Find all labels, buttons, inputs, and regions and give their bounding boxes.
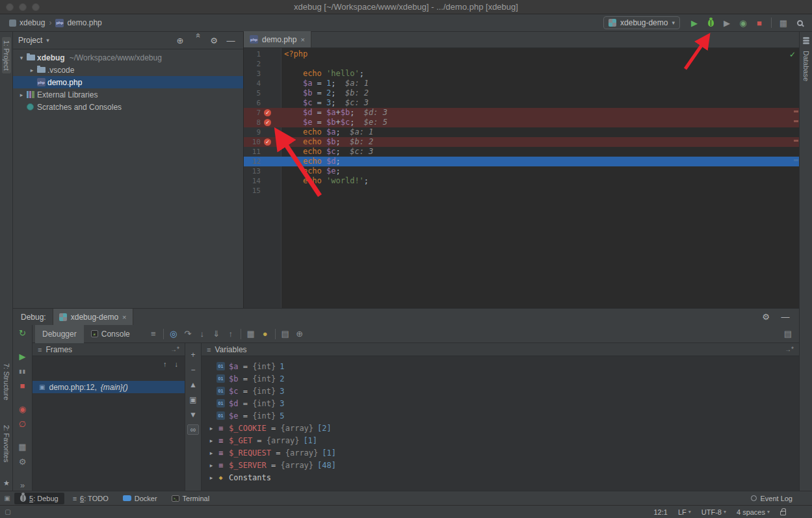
cursor-position[interactable]: 12:1 (653, 508, 667, 516)
step-out-icon[interactable]: ↑ (224, 328, 238, 341)
error-stripe-mark[interactable] (794, 159, 798, 161)
line-number[interactable]: 7 (244, 108, 261, 118)
close-icon[interactable]: × (122, 313, 126, 321)
tree-expand-icon[interactable]: ▸ (27, 67, 37, 73)
tool-button-structure[interactable]: 7: Structure (2, 360, 11, 404)
variable-row-Constants[interactable]: ▸◆Constants (202, 471, 799, 484)
variable-row-d[interactable]: 01$d = {int}3 (202, 397, 799, 409)
line-separator[interactable]: LF▾ (678, 508, 691, 516)
tool-button-favorites[interactable]: 2: Favorites (2, 422, 11, 465)
variable-row-c[interactable]: 01$c = {int}3 (202, 385, 799, 397)
code-line-7[interactable]: 7✓ $d = $a+$b; $d: 3 (244, 108, 799, 118)
event-log-button[interactable]: Event Log (751, 495, 812, 502)
line-number[interactable]: 12 (244, 157, 261, 166)
line-number[interactable]: 8 (244, 118, 261, 127)
variable-row-_GET[interactable]: ▸≡$_GET = {array}[1] (202, 434, 799, 447)
tree-item-External-Libraries[interactable]: ▸External Libraries (13, 88, 243, 101)
line-number[interactable]: 4 (244, 79, 261, 88)
variable-row-b[interactable]: 01$b = {int}2 (202, 372, 799, 385)
code-line-12[interactable]: 12 echo $d; (244, 157, 799, 166)
variable-row-_COOKIE[interactable]: ▸≡$_COOKIE = {array}[2] (202, 422, 799, 434)
show-execution-point-icon[interactable]: ◎ (166, 328, 181, 341)
tree-expand-icon[interactable]: ▸ (207, 462, 216, 469)
tree-expand-icon[interactable]: ▾ (16, 55, 27, 61)
menu-icon[interactable]: ≡ (207, 346, 211, 354)
code-line-8[interactable]: 8✓ $e = $b+$c; $e: 5 (244, 118, 799, 127)
force-step-into-icon[interactable]: ⇓ (209, 328, 224, 341)
line-number[interactable]: 2 (244, 59, 261, 69)
tool-button-project[interactable]: 1: Project (2, 37, 11, 73)
debug-session-tab[interactable]: xdebug-demo × (53, 309, 133, 325)
line-number[interactable]: 6 (244, 98, 261, 108)
hide-icon[interactable]: — (778, 311, 792, 324)
tree-item-demo-php[interactable]: phpdemo.php (13, 76, 243, 88)
tree-item-xdebug[interactable]: ▾xdebug~/Workspace/www/xdebug (13, 51, 243, 64)
layout-icon[interactable]: ▤ (781, 328, 795, 341)
variable-row-_REQUEST[interactable]: ▸≡$_REQUEST = {array}[1] (202, 447, 799, 459)
more-icon[interactable]: » (16, 479, 29, 491)
minimize-window-button[interactable] (19, 3, 27, 11)
view-breakpoints-icon[interactable]: ◉ (16, 404, 29, 415)
line-number[interactable]: 15 (244, 186, 261, 196)
tool-button-debug[interactable]: 5: Debug (14, 493, 64, 504)
tool-window-layout-icon[interactable]: ▦ (776, 16, 791, 29)
breakpoint-icon[interactable]: ✓ (264, 109, 271, 116)
tab-debugger[interactable]: Debugger (35, 325, 84, 343)
editor-body[interactable]: 1<?php23 echo 'hello';4 $a = 1; $a: 15 $… (244, 48, 799, 308)
settings-menu-icon[interactable]: ≡ (146, 328, 161, 341)
code-line-3[interactable]: 3 echo 'hello'; (244, 69, 799, 79)
chevron-down-icon[interactable]: ▾ (46, 37, 49, 44)
line-number[interactable]: 10 (244, 137, 261, 147)
locate-icon[interactable]: ⊕ (173, 34, 187, 47)
close-window-button[interactable] (6, 3, 14, 11)
project-panel-title[interactable]: Project (18, 36, 42, 45)
code-line-15[interactable]: 15 (244, 186, 799, 196)
debug-icon[interactable] (703, 16, 718, 29)
run-icon[interactable]: ▶ (687, 16, 701, 29)
code-line-11[interactable]: 11 echo $c; $c: 3 (244, 147, 799, 157)
tree-item-Scratches-and-Consoles[interactable]: Scratches and Consoles (13, 101, 243, 113)
breadcrumb-item-xdebug[interactable]: xdebug (9, 18, 45, 27)
line-number[interactable]: 13 (244, 166, 261, 176)
stop-icon[interactable]: ■ (16, 380, 29, 392)
pause-icon[interactable]: ▮▮ (16, 365, 29, 377)
breadcrumb-item-demo-php[interactable]: phpdemo.php (55, 18, 101, 27)
copy-value-icon[interactable]: ▣ (187, 395, 199, 405)
tool-button-database[interactable]: Database (802, 47, 811, 84)
indent[interactable]: 4 spaces▾ (737, 508, 770, 516)
code-line-2[interactable]: 2 (244, 59, 799, 69)
editor-tab-demo-php[interactable]: php demo.php × (244, 31, 311, 47)
add-watch-icon[interactable]: + (187, 350, 199, 360)
stop-icon[interactable]: ■ (752, 16, 766, 29)
tree-item--vscode[interactable]: ▸.vscode (13, 64, 243, 76)
code-line-1[interactable]: 1<?php (244, 49, 799, 59)
line-number[interactable]: 9 (244, 127, 261, 137)
code-line-14[interactable]: 14 echo 'world!'; (244, 176, 799, 186)
breakpoint-icon[interactable]: ✓ (264, 138, 271, 146)
collapse-all-icon[interactable]: « (190, 33, 203, 47)
line-number[interactable]: 11 (244, 147, 261, 157)
error-stripe-mark[interactable] (794, 120, 798, 122)
show-watches-icon[interactable]: ∞ (187, 424, 199, 435)
line-number[interactable]: 1 (244, 49, 261, 59)
variable-row-_SERVER[interactable]: ▸≡$_SERVER = {array}[48] (202, 459, 799, 471)
error-stripe-mark[interactable] (794, 110, 798, 112)
search-everywhere-icon[interactable] (792, 16, 807, 29)
tool-button-terminal[interactable]: >_Terminal (166, 493, 216, 504)
pin-icon[interactable]: →* (785, 346, 794, 353)
pin-icon[interactable]: →* (170, 346, 179, 353)
analysis-ok-icon[interactable]: ✓ (789, 50, 796, 59)
line-number[interactable]: 14 (244, 176, 261, 186)
hide-tool-windows-icon[interactable]: ▢ (0, 508, 16, 515)
line-number[interactable]: 5 (244, 88, 261, 98)
zoom-window-button[interactable] (32, 3, 40, 11)
run-config-select[interactable]: xdebug-demo ▾ (603, 16, 680, 29)
hide-icon[interactable]: — (224, 34, 238, 47)
run-with-coverage-icon[interactable]: ▶ (720, 16, 734, 29)
frame-down-icon[interactable]: ↓ (175, 360, 179, 368)
tab-console[interactable]: ≥Console (84, 325, 137, 343)
variable-row-a[interactable]: 01$a = {int}1 (202, 360, 799, 372)
attach-debugger-icon[interactable]: ◉ (736, 16, 750, 29)
line-number[interactable]: 3 (244, 69, 261, 79)
evaluate-expression-icon[interactable]: ▤ (278, 328, 293, 341)
